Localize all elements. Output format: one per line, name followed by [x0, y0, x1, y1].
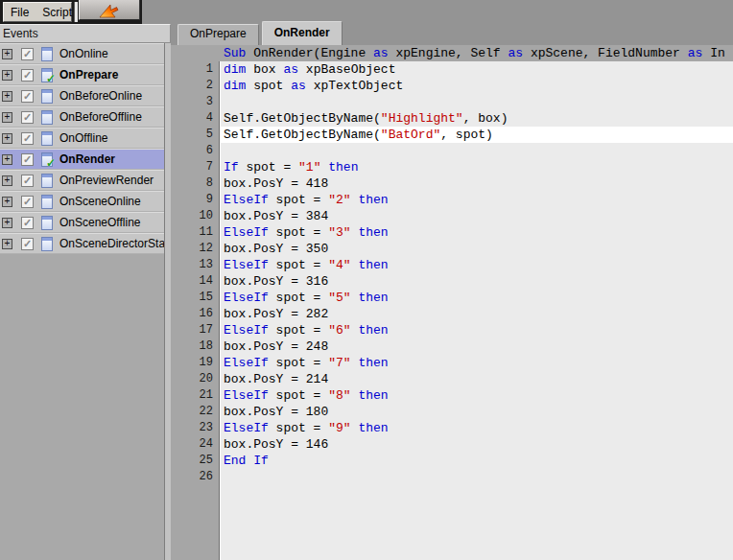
code-token-pl: Self.GetObjectByName( [224, 128, 381, 142]
script-editor-panel: OnPrepareOnRender Sub OnRender(Engine as… [171, 24, 733, 560]
script-page-icon [41, 131, 53, 146]
event-label: OnPreviewRender [59, 174, 154, 187]
code-line-11[interactable]: ElseIf spot = "3" then [221, 224, 733, 241]
code-token-pl: spot [246, 79, 291, 93]
code-token-kw: then [358, 193, 388, 207]
code-token-kw: as [508, 46, 523, 60]
code-token-str: "Highlight" [381, 111, 463, 126]
code-token-pl: , box) [463, 111, 508, 126]
checkmark-icon: ✓ [22, 175, 33, 186]
tab-onrender[interactable]: OnRender [262, 21, 343, 45]
code-line-23[interactable]: ElseIf spot = "9" then [221, 420, 733, 436]
events-panel: Events +✓OnOnline+✓✓OnPrepare+✓OnBeforeO… [0, 24, 171, 560]
event-checkbox[interactable]: ✓ [21, 153, 34, 166]
code-area[interactable]: dim box as xpBaseObjectdim spot as xpTex… [220, 61, 733, 560]
event-row-onscenedirectorstate[interactable]: +✓OnSceneDirectorState [0, 233, 164, 254]
event-row-onoffline[interactable]: +✓OnOffline [0, 128, 164, 149]
expander-plus-icon[interactable]: + [2, 91, 12, 102]
code-line-14[interactable]: box.PosY = 316 [221, 273, 733, 290]
line-number: 15 [171, 290, 219, 306]
expander-plus-icon[interactable]: + [2, 112, 12, 123]
script-page-icon [41, 174, 53, 188]
code-line-3[interactable] [221, 94, 733, 110]
menu-panel: File Script [3, 2, 72, 22]
script-page-icon [41, 110, 53, 125]
page-icon-header [42, 132, 52, 135]
code-line-1[interactable]: dim box as xpBaseObject [221, 61, 733, 78]
code-line-15[interactable]: ElseIf spot = "5" then [221, 290, 733, 306]
code-line-26[interactable] [221, 469, 733, 485]
event-checkbox[interactable]: ✓ [21, 175, 34, 187]
code-line-13[interactable]: ElseIf spot = "4" then [221, 257, 733, 273]
event-row-ononline[interactable]: +✓OnOnline [0, 43, 164, 64]
events-scrollbar[interactable] [164, 43, 171, 560]
code-token-pl: , spot) [440, 128, 493, 142]
code-token-pl: xpScene, FieldNumber [523, 46, 688, 60]
event-row-onprepare[interactable]: +✓✓OnPrepare [0, 64, 164, 85]
code-token-pl: box.PosY = 214 [224, 372, 328, 386]
code-line-20[interactable]: box.PosY = 214 [221, 371, 733, 387]
code-line-18[interactable]: box.PosY = 248 [221, 338, 733, 355]
expander-plus-icon[interactable]: + [2, 133, 12, 144]
code-line-19[interactable]: ElseIf spot = "7" then [221, 355, 733, 371]
code-line-6[interactable] [221, 143, 733, 159]
event-row-onrender[interactable]: +✓✓OnRender [0, 149, 164, 170]
code-line-10[interactable]: box.PosY = 384 [221, 208, 733, 224]
code-token-kw: then [358, 225, 388, 240]
event-checkbox[interactable]: ✓ [21, 132, 34, 145]
code-line-5[interactable]: Self.GetObjectByName("BatOrd", spot) [221, 127, 733, 143]
code-line-21[interactable]: ElseIf spot = "8" then [221, 387, 733, 404]
checkmark-icon: ✓ [22, 91, 33, 102]
green-check-icon: ✓ [46, 72, 56, 85]
code-token-pl: spot = [269, 193, 328, 207]
event-row-onbeforeonline[interactable]: +✓OnBeforeOnline [0, 85, 164, 106]
event-checkbox[interactable]: ✓ [21, 238, 34, 250]
event-checkbox[interactable]: ✓ [21, 69, 34, 82]
event-checkbox[interactable]: ✓ [21, 217, 34, 229]
code-line-25[interactable]: End If [221, 453, 733, 469]
event-row-onpreviewrender[interactable]: +✓OnPreviewRender [0, 170, 164, 191]
event-checkbox[interactable]: ✓ [21, 48, 34, 60]
code-line-24[interactable]: box.PosY = 146 [221, 436, 733, 453]
script-tabs: OnPrepareOnRender [171, 24, 733, 45]
code-line-12[interactable]: box.PosY = 350 [221, 241, 733, 257]
event-row-onsceneonline[interactable]: +✓OnSceneOnline [0, 191, 164, 212]
code-line-8[interactable]: box.PosY = 418 [221, 175, 733, 192]
code-token-pl: box.PosY = 146 [224, 437, 328, 452]
line-number: 4 [171, 110, 219, 127]
code-line-16[interactable]: box.PosY = 282 [221, 306, 733, 322]
script-drag-tab[interactable] [79, 0, 140, 20]
line-number: 11 [171, 224, 219, 241]
code-token-pl: xpTextObject [306, 79, 403, 93]
expander-plus-icon[interactable]: + [2, 49, 12, 59]
event-row-onbeforeoffline[interactable]: +✓OnBeforeOffline [0, 106, 164, 128]
expander-plus-icon[interactable]: + [2, 154, 12, 165]
event-checkbox[interactable]: ✓ [21, 111, 34, 124]
code-line-9[interactable]: ElseIf spot = "2" then [221, 192, 733, 208]
code-token-kw: then [358, 356, 388, 370]
code-line-17[interactable]: ElseIf spot = "6" then [221, 322, 733, 338]
events-panel-header: Events [0, 24, 171, 43]
expander-plus-icon[interactable]: + [2, 197, 12, 207]
event-checkbox[interactable]: ✓ [21, 196, 34, 208]
code-line-22[interactable]: box.PosY = 180 [221, 404, 733, 420]
expander-plus-icon[interactable]: + [2, 70, 12, 81]
expander-plus-icon[interactable]: + [2, 175, 12, 186]
tab-onprepare[interactable]: OnPrepare [177, 24, 259, 45]
event-row-onsceneoffline[interactable]: +✓OnSceneOffline [0, 212, 164, 233]
line-number: 23 [171, 420, 219, 436]
event-checkbox[interactable]: ✓ [21, 90, 34, 103]
expander-plus-icon[interactable]: + [2, 239, 12, 249]
code-line-4[interactable]: Self.GetObjectByName("Highlight", box) [221, 110, 733, 127]
code-line-7[interactable]: If spot = "1" then [221, 159, 733, 175]
line-number: 9 [171, 192, 219, 208]
code-token-pl: box.PosY = 350 [224, 242, 328, 256]
line-number: 10 [171, 208, 219, 224]
code-token-kw: Sub [224, 46, 246, 60]
code-token-kw: ElseIf [224, 291, 269, 305]
expander-plus-icon[interactable]: + [2, 218, 12, 228]
menu-script[interactable]: Script [35, 6, 79, 19]
menu-file[interactable]: File [4, 6, 35, 19]
code-editor: 1234567891011121314151617181920212223242… [171, 61, 733, 560]
code-line-2[interactable]: dim spot as xpTextObject [221, 78, 733, 94]
